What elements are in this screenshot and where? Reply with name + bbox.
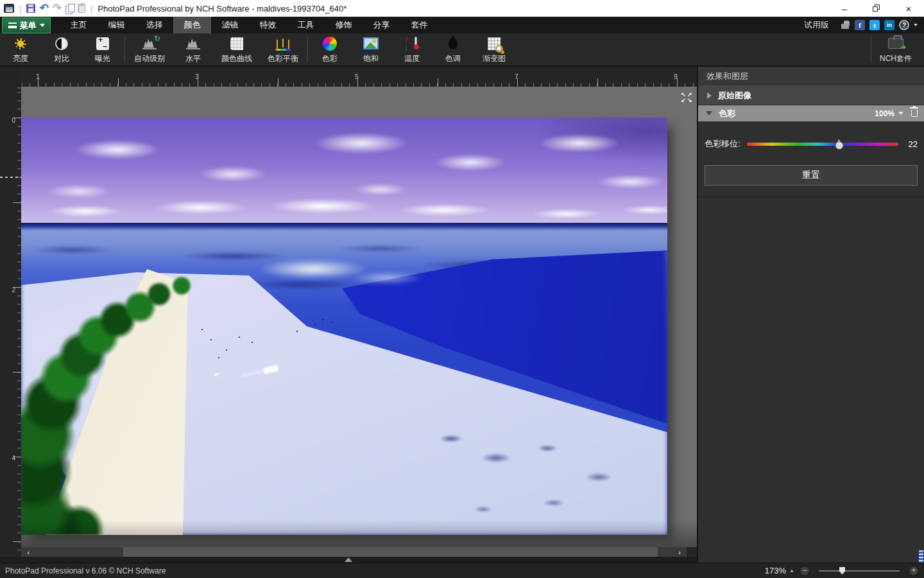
tool-brightness[interactable]: 亮度 xyxy=(0,35,41,64)
horizontal-scrollbar[interactable]: ‹ › xyxy=(21,547,687,557)
zoom-caret-icon[interactable]: ▲ xyxy=(789,568,794,574)
canvas-area: 1 3 5 7 9 0 2 4 xyxy=(0,67,697,563)
ruler-mark: 4 xyxy=(12,455,15,462)
photo-canvas-image xyxy=(21,118,667,535)
copy-icon[interactable] xyxy=(65,4,74,13)
tab-filter[interactable]: 滤镜 xyxy=(211,17,249,33)
chevron-right-icon xyxy=(707,92,712,99)
original-image-section[interactable]: 原始图像 xyxy=(698,86,924,105)
delete-effect-icon[interactable] xyxy=(911,110,918,117)
statusbar: PhotoPad Professional v 6.06 © NCH Softw… xyxy=(0,563,924,578)
chevron-down-icon[interactable] xyxy=(914,24,918,26)
panel-title: 效果和图层 xyxy=(698,67,924,86)
trial-version-label: 试用版 xyxy=(804,19,829,31)
app-icon xyxy=(4,4,14,13)
tool-contrast[interactable]: 对比 xyxy=(41,35,82,64)
image-viewport[interactable]: ↖↗↙↘ xyxy=(21,87,697,547)
tool-auto-levels[interactable]: 自动级别 xyxy=(126,35,173,64)
ruler-origin-marker xyxy=(0,177,21,178)
collapse-up-icon[interactable] xyxy=(345,557,352,562)
tab-tools[interactable]: 工具 xyxy=(287,17,325,33)
thumbs-up-icon[interactable] xyxy=(840,21,850,30)
restore-button[interactable] xyxy=(870,3,883,14)
tool-saturation[interactable]: 饱和 xyxy=(350,35,391,64)
hue-shift-slider[interactable] xyxy=(747,143,898,146)
nch-toolbox-icon xyxy=(888,38,903,49)
horizontal-ruler: 1 3 5 7 9 xyxy=(21,69,697,87)
titlebar-separator: | xyxy=(19,4,21,13)
toolbar-separator xyxy=(124,36,125,63)
redo-icon[interactable]: ↷ xyxy=(53,4,62,13)
color-curves-icon xyxy=(230,37,243,50)
minimize-button[interactable]: – xyxy=(838,3,851,14)
titlebar: | ↶ ↷ | PhotoPad Professional by NCH Sof… xyxy=(0,0,924,17)
undo-icon[interactable]: ↶ xyxy=(39,4,48,13)
tool-exposure[interactable]: 曝光 xyxy=(82,35,123,64)
auto-levels-icon xyxy=(142,38,157,49)
menu-button[interactable]: 菜单 xyxy=(2,17,51,33)
facebook-icon[interactable]: f xyxy=(855,20,865,30)
gradient-map-icon xyxy=(488,37,501,50)
toolbar-separator xyxy=(871,36,871,63)
tool-nch-suite[interactable]: NCH套件 xyxy=(873,35,919,64)
ruler-mark: 2 xyxy=(12,286,15,293)
tab-home[interactable]: 主页 xyxy=(60,17,98,33)
linkedin-icon[interactable]: in xyxy=(884,20,894,30)
hue-shift-value: 22 xyxy=(905,139,918,149)
tool-hue[interactable]: 色彩 xyxy=(309,35,350,64)
ruler-mark: 7 xyxy=(515,73,518,80)
opacity-value[interactable]: 100% xyxy=(875,109,894,118)
tool-temperature[interactable]: 温度 xyxy=(391,35,432,64)
window-title: PhotoPad Professional by NCH Software - … xyxy=(98,4,838,13)
help-icon[interactable]: ? xyxy=(899,20,909,30)
color-balance-scales-icon xyxy=(275,39,291,49)
tool-levels[interactable]: 水平 xyxy=(173,35,214,64)
menu-button-label: 菜单 xyxy=(20,20,37,31)
hue-shift-label: 色彩移位: xyxy=(705,138,740,150)
saturation-photo-icon xyxy=(363,37,379,49)
tab-select[interactable]: 选择 xyxy=(135,17,173,33)
menubar: 菜单 主页 编辑 选择 颜色 滤镜 特效 工具 修饰 分享 套件 试用版 f t… xyxy=(0,17,924,33)
save-icon[interactable] xyxy=(26,4,35,13)
ruler-mark: 9 xyxy=(674,73,678,80)
tab-edit[interactable]: 编辑 xyxy=(98,17,135,33)
tab-effects[interactable]: 特效 xyxy=(249,17,287,33)
tool-color-curves[interactable]: 颜色曲线 xyxy=(214,35,260,64)
tint-droplet-icon xyxy=(449,38,458,49)
hamburger-icon xyxy=(8,22,17,28)
reset-button[interactable]: 重置 xyxy=(705,165,918,186)
chevron-down-icon[interactable] xyxy=(898,112,903,115)
chevron-down-icon xyxy=(40,24,45,27)
ruler-mark: 3 xyxy=(195,73,199,80)
zoom-out-button[interactable]: − xyxy=(800,566,810,576)
tool-tint[interactable]: 色调 xyxy=(432,35,474,64)
scrollbar-track[interactable] xyxy=(35,547,672,557)
twitter-icon[interactable]: t xyxy=(869,20,880,30)
toolbar-separator xyxy=(307,36,308,63)
tab-retouch[interactable]: 修饰 xyxy=(325,17,363,33)
ruler-mark: 0 xyxy=(12,117,15,124)
zoom-in-button[interactable]: + xyxy=(909,566,919,576)
bottom-panel-strip xyxy=(0,557,697,563)
tool-gradient-map[interactable]: 渐变图 xyxy=(474,35,515,64)
slider-handle[interactable] xyxy=(835,139,843,149)
paste-icon[interactable] xyxy=(78,4,85,13)
tab-suite[interactable]: 套件 xyxy=(400,17,438,33)
tab-color[interactable]: 颜色 xyxy=(173,17,211,33)
effects-layers-panel: 效果和图层 原始图像 色彩 100% 色彩移位: xyxy=(697,67,924,563)
fullscreen-expand-icon[interactable]: ↖↗↙↘ xyxy=(680,92,693,103)
zoom-slider[interactable] xyxy=(819,570,900,572)
exposure-icon xyxy=(96,37,109,50)
tool-color-balance[interactable]: 色彩平衡 xyxy=(260,35,306,64)
ruler-mark: 1 xyxy=(36,73,40,80)
app-version-text: PhotoPad Professional v 6.06 © NCH Softw… xyxy=(5,566,166,575)
scroll-right-arrow[interactable]: › xyxy=(672,547,687,557)
color-effect-section[interactable]: 色彩 100% xyxy=(698,105,924,121)
tab-share[interactable]: 分享 xyxy=(363,17,400,33)
scroll-left-arrow[interactable]: ‹ xyxy=(21,547,35,557)
close-button[interactable]: × xyxy=(902,3,915,14)
zoom-level-value[interactable]: 173% xyxy=(765,566,786,575)
scrollbar-thumb[interactable] xyxy=(123,547,658,557)
photopad-window: | ↶ ↷ | PhotoPad Professional by NCH Sof… xyxy=(0,0,924,578)
zoom-slider-handle[interactable] xyxy=(839,567,845,575)
